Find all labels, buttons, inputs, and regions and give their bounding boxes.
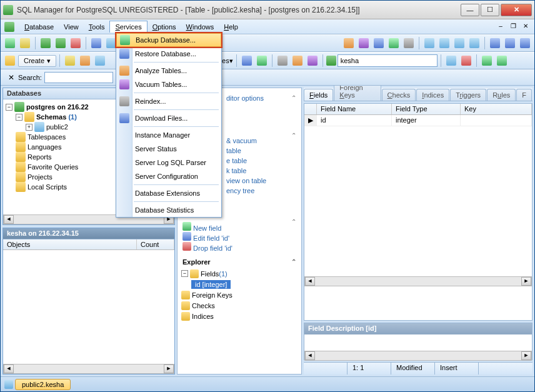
- menu-tools[interactable]: Tools: [84, 21, 110, 33]
- tb-w4-icon[interactable]: [468, 36, 481, 50]
- tb2-i-icon[interactable]: [444, 54, 458, 68]
- bottom-tab-kesha[interactable]: public2.kesha: [15, 379, 71, 390]
- tb-nav3-icon[interactable]: [518, 36, 532, 50]
- explorer-checks[interactable]: Checks: [181, 300, 298, 311]
- tab-fields[interactable]: Fields: [304, 89, 333, 101]
- tb2-f-icon[interactable]: [276, 54, 289, 68]
- tb-nav2-icon[interactable]: [503, 36, 517, 50]
- col-fieldname[interactable]: Field Name: [317, 104, 392, 114]
- tab-indices[interactable]: Indices: [416, 89, 449, 101]
- grid-row[interactable]: ▶ id integer: [304, 115, 532, 126]
- link-table3[interactable]: k table: [226, 166, 296, 176]
- menu-db-extensions[interactable]: Database Extensions: [116, 186, 221, 200]
- tb-r3-icon[interactable]: [372, 36, 386, 50]
- tb-print-icon[interactable]: [402, 36, 416, 50]
- tb-r2-icon[interactable]: [357, 36, 371, 50]
- tb-new-icon[interactable]: [3, 36, 17, 50]
- menu-server-status[interactable]: Server Status: [116, 142, 221, 156]
- tb2-b-icon[interactable]: [63, 54, 77, 68]
- tab-fkeys[interactable]: Foreign Keys: [334, 86, 381, 101]
- menu-server-log[interactable]: Server Log SQL Parser: [116, 156, 221, 169]
- mdi-close[interactable]: ✕: [521, 23, 531, 31]
- tb-db2-icon[interactable]: [54, 36, 68, 50]
- col-key[interactable]: Key: [461, 104, 532, 114]
- menu-backup-database[interactable]: Backup Database...: [116, 33, 221, 47]
- menu-server-config[interactable]: Server Configuration: [116, 169, 221, 183]
- menu-view[interactable]: View: [59, 21, 84, 33]
- collapse-icon[interactable]: ⌃: [291, 258, 296, 265]
- tb-w2-icon[interactable]: [438, 36, 451, 50]
- explorer-fields[interactable]: −Fields (1): [181, 268, 298, 279]
- database-combo[interactable]: [338, 54, 438, 67]
- tb-db1-icon[interactable]: [39, 36, 52, 50]
- expand-icon[interactable]: −: [16, 114, 22, 121]
- minimize-button[interactable]: —: [461, 4, 479, 16]
- tb-x1-icon[interactable]: [89, 36, 103, 50]
- search-clear-icon[interactable]: ✕: [4, 71, 18, 84]
- link-table1[interactable]: table: [226, 146, 296, 156]
- create-button[interactable]: Create▾: [18, 55, 56, 67]
- explorer-field-id[interactable]: id [integer]: [181, 279, 298, 289]
- menu-windows[interactable]: Windows: [181, 21, 219, 33]
- menu-services[interactable]: Services: [109, 21, 147, 33]
- explorer-fkeys[interactable]: Foreign Keys: [181, 289, 298, 300]
- expand-icon[interactable]: −: [6, 104, 12, 111]
- tb-r1-icon[interactable]: [342, 36, 356, 50]
- explorer-indices[interactable]: Indices: [181, 311, 298, 321]
- tab-checks[interactable]: Checks: [382, 89, 416, 101]
- tb2-d-icon[interactable]: [93, 54, 107, 68]
- tb2-k-icon[interactable]: [480, 54, 494, 68]
- link-deptree[interactable]: ency tree: [226, 186, 296, 196]
- link-new-field[interactable]: New field: [193, 223, 221, 233]
- collapse-icon[interactable]: ⌃: [291, 94, 296, 101]
- col-fieldtype[interactable]: Field Type: [392, 104, 461, 114]
- tb2-refresh-icon[interactable]: [255, 54, 269, 68]
- menu-help[interactable]: Help: [219, 21, 243, 33]
- menu-vacuum-tables[interactable]: Vacuum Tables...: [116, 78, 221, 91]
- menu-database[interactable]: Database: [19, 21, 59, 33]
- close-button[interactable]: ✕: [501, 4, 532, 16]
- scrollbar-h[interactable]: ◄►: [304, 351, 532, 361]
- tb2-h-icon[interactable]: [306, 54, 319, 68]
- col-count[interactable]: Count: [137, 239, 174, 249]
- tab-more[interactable]: F: [516, 89, 532, 101]
- scrollbar-h[interactable]: ◄►: [3, 364, 174, 374]
- scrollbar-h[interactable]: ◄►: [304, 276, 532, 286]
- tb2-e-icon[interactable]: [240, 54, 254, 68]
- link-table2[interactable]: e table: [226, 156, 296, 166]
- menu-reindex[interactable]: Reindex...: [116, 94, 221, 108]
- tb2-l-icon[interactable]: [495, 54, 509, 68]
- mdi-restore[interactable]: ❐: [508, 23, 518, 31]
- tb2-a-icon[interactable]: [3, 54, 17, 68]
- link-editor-options[interactable]: ditor options: [226, 93, 296, 103]
- link-edit-field[interactable]: Edit field 'id': [193, 233, 229, 243]
- menu-db-statistics[interactable]: Database Statistics: [116, 203, 221, 217]
- tb-w1-icon[interactable]: [422, 36, 436, 50]
- menu-options[interactable]: Options: [148, 21, 181, 33]
- tb-nav1-icon[interactable]: [488, 36, 502, 50]
- tb-w3-icon[interactable]: [452, 36, 466, 50]
- search-input[interactable]: [44, 72, 113, 83]
- tb-r4-icon[interactable]: [387, 36, 401, 50]
- link-vacuum[interactable]: & vacuum: [226, 136, 296, 146]
- maximize-button[interactable]: ☐: [481, 4, 499, 16]
- link-drop-field[interactable]: Drop field 'id': [193, 243, 232, 253]
- col-objects[interactable]: Objects: [3, 239, 137, 249]
- tb-db3-icon[interactable]: [69, 36, 82, 50]
- collapse-icon[interactable]: ⌃: [291, 218, 296, 225]
- tb2-c-icon[interactable]: [78, 54, 92, 68]
- link-view[interactable]: view on table: [226, 176, 296, 186]
- menu-download-files[interactable]: Download Files...: [116, 111, 221, 125]
- tb2-g-icon[interactable]: [291, 54, 304, 68]
- tb2-j-icon[interactable]: [459, 54, 473, 68]
- menu-analyze-tables[interactable]: Analyze Tables...: [116, 64, 221, 78]
- tab-triggers[interactable]: Triggers: [450, 89, 486, 101]
- tab-rules[interactable]: Rules: [487, 89, 516, 101]
- menu-instance-manager[interactable]: Instance Manager: [116, 128, 221, 142]
- mdi-minimize[interactable]: –: [496, 23, 506, 31]
- collapse-icon[interactable]: ⌃: [291, 132, 296, 139]
- expand-icon[interactable]: +: [26, 124, 32, 131]
- folder-icon: [16, 152, 26, 162]
- tb-open-icon[interactable]: [18, 36, 32, 50]
- menu-restore-database[interactable]: Restore Database...: [116, 47, 221, 61]
